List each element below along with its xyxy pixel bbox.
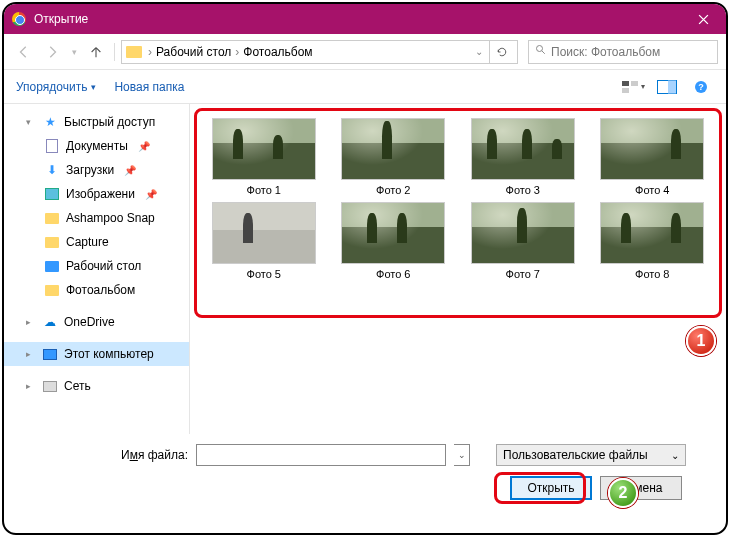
separator (114, 43, 115, 61)
file-pane[interactable]: Фото 1 Фото 2 Фото 3 Фото 4 Фото 5 Фото … (190, 104, 726, 434)
toolbar: Упорядочить▾ Новая папка ▾ ? (4, 70, 726, 104)
filename-input[interactable] (196, 444, 446, 466)
organize-menu[interactable]: Упорядочить▾ (16, 80, 96, 94)
back-button[interactable] (12, 40, 36, 64)
filename-dropdown[interactable]: ⌄ (454, 444, 470, 466)
chevron-down-icon[interactable]: ⌄ (475, 46, 483, 57)
sidebar-this-pc[interactable]: ▸Этот компьютер (4, 342, 189, 366)
file-item[interactable]: Фото 3 (463, 118, 583, 196)
file-item[interactable]: Фото 6 (334, 202, 454, 280)
svg-rect-2 (631, 81, 638, 86)
refresh-button[interactable] (489, 41, 513, 63)
filename-label: Имя файла: (18, 448, 188, 462)
view-mode-button[interactable]: ▾ (620, 76, 646, 98)
annotation-callout-2: 2 (608, 478, 638, 508)
download-icon: ⬇ (44, 163, 60, 177)
folder-icon (44, 283, 60, 297)
open-button[interactable]: Открыть (510, 476, 592, 500)
svg-rect-1 (622, 81, 629, 86)
nav-bar: ▾ › Рабочий стол › Фотоальбом ⌄ Поиск: Ф… (4, 34, 726, 70)
file-item[interactable]: Фото 5 (204, 202, 324, 280)
sidebar-photoalbum[interactable]: Фотоальбом (4, 278, 189, 302)
sidebar-capture[interactable]: Capture (4, 230, 189, 254)
breadcrumb-photoalbum[interactable]: Фотоальбом (239, 45, 316, 59)
filetype-select[interactable]: Пользовательские файлы⌄ (496, 444, 686, 466)
preview-pane-button[interactable] (654, 76, 680, 98)
file-item[interactable]: Фото 8 (593, 202, 713, 280)
sidebar-quick-access[interactable]: ▾★Быстрый доступ (4, 110, 189, 134)
chrome-icon (4, 12, 34, 26)
help-button[interactable]: ? (688, 76, 714, 98)
window-title: Открытие (34, 12, 681, 26)
cloud-icon: ☁ (42, 315, 58, 329)
pictures-icon (44, 187, 60, 201)
new-folder-button[interactable]: Новая папка (114, 80, 184, 94)
folder-icon (126, 46, 142, 58)
thumbnail-icon (600, 202, 704, 264)
star-icon: ★ (42, 115, 58, 129)
address-bar[interactable]: › Рабочий стол › Фотоальбом ⌄ (121, 40, 518, 64)
sidebar-network[interactable]: ▸Сеть (4, 374, 189, 398)
document-icon (44, 139, 60, 153)
pin-icon: 📌 (145, 189, 157, 200)
folder-icon (44, 235, 60, 249)
search-input[interactable]: Поиск: Фотоальбом (528, 40, 718, 64)
computer-icon (42, 347, 58, 361)
svg-rect-3 (622, 88, 629, 93)
thumbnail-icon (341, 118, 445, 180)
network-icon (42, 379, 58, 393)
sidebar-ashampoo[interactable]: Ashampoo Snap (4, 206, 189, 230)
thumbnail-icon (471, 118, 575, 180)
svg-text:?: ? (698, 82, 704, 92)
close-button[interactable] (681, 4, 726, 34)
pin-icon: 📌 (124, 165, 136, 176)
caret-icon: ▾ (26, 117, 36, 127)
desktop-icon (44, 259, 60, 273)
svg-rect-5 (668, 80, 676, 93)
annotation-callout-1: 1 (686, 326, 716, 356)
file-item[interactable]: Фото 1 (204, 118, 324, 196)
sidebar-downloads[interactable]: ⬇Загрузки📌 (4, 158, 189, 182)
sidebar-pictures[interactable]: Изображени📌 (4, 182, 189, 206)
search-icon (535, 44, 547, 59)
thumbnail-icon (212, 202, 316, 264)
chevron-down-icon: ▾ (91, 82, 96, 92)
thumbnail-icon (600, 118, 704, 180)
sidebar: ▾★Быстрый доступ Документы📌 ⬇Загрузки📌 И… (4, 104, 190, 434)
file-item[interactable]: Фото 4 (593, 118, 713, 196)
search-placeholder: Поиск: Фотоальбом (551, 45, 660, 59)
sidebar-onedrive[interactable]: ▸☁OneDrive (4, 310, 189, 334)
caret-icon: ▸ (26, 381, 36, 391)
recent-dropdown[interactable]: ▾ (68, 40, 80, 64)
thumbnail-icon (212, 118, 316, 180)
breadcrumb-desktop[interactable]: Рабочий стол (152, 45, 235, 59)
sidebar-documents[interactable]: Документы📌 (4, 134, 189, 158)
pin-icon: 📌 (138, 141, 150, 152)
file-item[interactable]: Фото 2 (334, 118, 454, 196)
svg-point-0 (537, 46, 543, 52)
up-button[interactable] (84, 40, 108, 64)
titlebar: Открытие (4, 4, 726, 34)
caret-icon: ▸ (26, 317, 36, 327)
sidebar-desktop[interactable]: Рабочий стол (4, 254, 189, 278)
file-item[interactable]: Фото 7 (463, 202, 583, 280)
forward-button[interactable] (40, 40, 64, 64)
thumbnail-icon (471, 202, 575, 264)
chevron-down-icon: ⌄ (671, 450, 679, 461)
caret-icon: ▸ (26, 349, 36, 359)
folder-icon (44, 211, 60, 225)
thumbnail-icon (341, 202, 445, 264)
